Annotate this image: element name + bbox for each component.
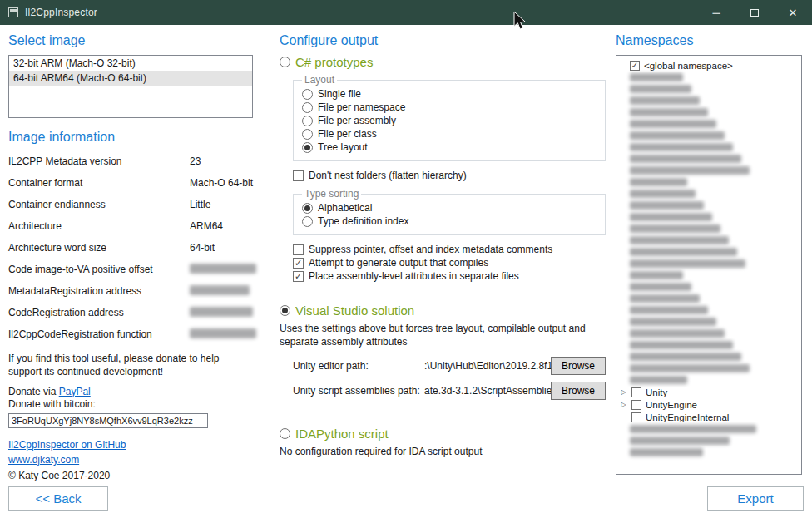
checkbox-icon: ✓ bbox=[630, 61, 640, 71]
redacted-text bbox=[630, 108, 708, 116]
flatten-checkbox[interactable]: Don't nest folders (flatten hierarchy) bbox=[293, 170, 609, 181]
copyright: © Katy Coe 2017-2020 bbox=[8, 470, 253, 481]
namespace-item-global[interactable]: ✓<global namespace> bbox=[618, 59, 800, 72]
radio-label: File per class bbox=[318, 128, 377, 140]
redacted-text bbox=[630, 73, 683, 81]
checkbox-icon bbox=[631, 387, 641, 397]
sorting-option-radio[interactable]: Alphabetical bbox=[302, 202, 597, 214]
namespace-item-redacted[interactable] bbox=[618, 211, 800, 223]
namespace-item-redacted[interactable] bbox=[618, 351, 800, 363]
close-button[interactable]: ✕ bbox=[774, 0, 812, 25]
namespace-item-redacted[interactable] bbox=[618, 246, 800, 258]
export-button[interactable]: Export bbox=[707, 486, 804, 511]
sorting-option-radio[interactable]: Type definition index bbox=[302, 215, 597, 227]
namespace-item-redacted[interactable] bbox=[618, 374, 800, 386]
path-field-row: Unity editor path::\Unity\Hub\Editor\201… bbox=[293, 357, 606, 375]
layout-group: Layout Single fileFile per namespaceFile… bbox=[293, 74, 606, 161]
info-row: IL2CPP Metadata version23 bbox=[8, 151, 253, 173]
browse-button[interactable]: Browse bbox=[551, 357, 606, 375]
namespace-item-redacted[interactable] bbox=[618, 223, 800, 234]
redacted-text bbox=[630, 131, 725, 140]
namespace-item[interactable]: UnityEngineInternal bbox=[618, 411, 800, 423]
namespace-item-redacted[interactable] bbox=[618, 95, 800, 106]
path-field-row: Unity script assemblies path:ate.3d-3.1.… bbox=[293, 382, 606, 400]
namespace-item-redacted[interactable] bbox=[618, 176, 800, 188]
namespace-item-redacted[interactable] bbox=[618, 200, 800, 211]
back-button[interactable]: << Back bbox=[8, 486, 108, 511]
namespace-item-redacted[interactable] bbox=[618, 435, 800, 446]
namespace-item-redacted[interactable] bbox=[618, 258, 800, 269]
namespace-item-redacted[interactable] bbox=[618, 316, 800, 328]
namespace-item-redacted[interactable] bbox=[618, 234, 800, 246]
namespace-item-redacted[interactable] bbox=[618, 339, 800, 351]
redacted-text bbox=[630, 306, 708, 314]
checkbox-label: Attempt to generate output that compiles bbox=[309, 257, 488, 269]
redacted-text bbox=[630, 329, 725, 338]
namespaces-listbox[interactable]: ✓<global namespace>▷Unity▷UnityEngineUni… bbox=[616, 55, 802, 475]
layout-group-title: Layout bbox=[302, 74, 337, 86]
radio-label: Alphabetical bbox=[318, 202, 372, 214]
namespace-item-redacted[interactable] bbox=[618, 281, 800, 293]
option-checkbox[interactable]: ✓Place assembly-level attributes in sepa… bbox=[293, 270, 609, 282]
option-checkbox[interactable]: ✓Attempt to generate output that compile… bbox=[293, 257, 609, 269]
radio-icon bbox=[280, 305, 290, 316]
option-checkbox[interactable]: Suppress pointer, offset and index metad… bbox=[293, 244, 609, 255]
csharp-prototypes-radio[interactable]: C# prototypes bbox=[280, 55, 609, 69]
select-image-heading: Select image bbox=[8, 33, 253, 48]
type-sorting-group-title: Type sorting bbox=[302, 188, 361, 200]
browse-button[interactable]: Browse bbox=[551, 382, 606, 400]
namespace-item-redacted[interactable] bbox=[618, 106, 800, 118]
namespace-item-redacted[interactable] bbox=[618, 188, 800, 200]
radio-icon bbox=[302, 116, 313, 126]
radio-label: File per assembly bbox=[318, 115, 396, 126]
namespace-item-redacted[interactable] bbox=[618, 72, 800, 83]
namespace-item-redacted[interactable] bbox=[618, 423, 800, 435]
minimize-button[interactable]: ─ bbox=[697, 0, 735, 25]
idapython-radio[interactable]: IDAPython script bbox=[280, 427, 609, 441]
image-list-item[interactable]: 64-bit ARM64 (Mach-O 64-bit) bbox=[9, 71, 252, 86]
redacted-text bbox=[630, 155, 741, 163]
layout-option-radio[interactable]: Single file bbox=[302, 88, 597, 100]
namespace-item-redacted[interactable] bbox=[618, 293, 800, 304]
namespace-item-redacted[interactable] bbox=[618, 328, 800, 339]
info-label: Il2CppCodeRegistration function bbox=[8, 328, 152, 340]
redacted-text bbox=[630, 178, 687, 186]
redacted-text bbox=[630, 437, 730, 445]
info-row: Container endiannessLittle bbox=[8, 195, 253, 216]
csharp-option-checkboxes: Suppress pointer, offset and index metad… bbox=[280, 244, 609, 282]
maximize-button[interactable] bbox=[735, 0, 774, 25]
expander-icon[interactable]: ▷ bbox=[620, 389, 627, 396]
layout-option-radio[interactable]: File per class bbox=[302, 128, 597, 140]
info-row: Code image-to-VA positive offset bbox=[8, 259, 253, 281]
namespace-item-redacted[interactable] bbox=[618, 141, 800, 153]
namespace-item-redacted[interactable] bbox=[618, 83, 800, 95]
radio-icon bbox=[280, 428, 290, 439]
radio-label: File per namespace bbox=[318, 101, 405, 113]
namespace-item-redacted[interactable] bbox=[618, 446, 800, 458]
github-link[interactable]: Il2CppInspector on GitHub bbox=[8, 439, 126, 451]
namespace-item[interactable]: ▷UnityEngine bbox=[618, 398, 800, 411]
redacted-text bbox=[630, 259, 745, 268]
layout-option-radio[interactable]: File per namespace bbox=[302, 101, 597, 113]
namespace-item-redacted[interactable] bbox=[618, 304, 800, 316]
paypal-link[interactable]: PayPal bbox=[59, 386, 91, 397]
expander-icon[interactable]: ▷ bbox=[620, 402, 627, 408]
layout-option-radio[interactable]: Tree layout bbox=[302, 141, 597, 153]
namespace-item-redacted[interactable] bbox=[618, 269, 800, 281]
namespace-item[interactable]: ▷Unity bbox=[618, 386, 800, 398]
namespace-item-redacted[interactable] bbox=[618, 363, 800, 374]
titlebar[interactable]: Il2CppInspector ─ ✕ bbox=[0, 0, 812, 25]
redacted-value bbox=[190, 285, 250, 295]
bitcoin-address-input[interactable] bbox=[8, 413, 208, 428]
image-list-item[interactable]: 32-bit ARM (Mach-O 32-bit) bbox=[9, 56, 252, 71]
visual-studio-radio[interactable]: Visual Studio solution bbox=[280, 303, 609, 318]
website-link[interactable]: www.djkaty.com bbox=[8, 454, 79, 466]
namespace-item-redacted[interactable] bbox=[618, 130, 800, 141]
redacted-text bbox=[630, 376, 687, 384]
namespace-item-redacted[interactable] bbox=[618, 118, 800, 130]
namespace-item-redacted[interactable] bbox=[618, 165, 800, 176]
path-field-label: Unity script assemblies path: bbox=[293, 385, 424, 397]
namespace-item-redacted[interactable] bbox=[618, 153, 800, 165]
image-listbox[interactable]: 32-bit ARM (Mach-O 32-bit)64-bit ARM64 (… bbox=[8, 55, 253, 118]
layout-option-radio[interactable]: File per assembly bbox=[302, 115, 597, 126]
